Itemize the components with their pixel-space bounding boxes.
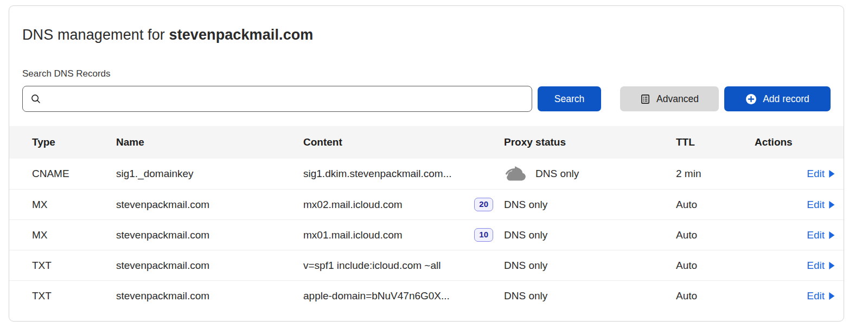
record-content: v=spf1 include:icloud.com ~all bbox=[303, 260, 504, 272]
edit-arrow-icon bbox=[828, 201, 835, 209]
table-row: TXT stevenpackmail.com apple-domain=bNuV… bbox=[9, 280, 844, 311]
record-type: MX bbox=[32, 229, 116, 241]
dns-only-cloud-icon bbox=[504, 165, 529, 183]
proxy-status-text: DNS only bbox=[504, 290, 547, 302]
record-actions: Edit bbox=[755, 168, 835, 180]
record-proxy-status: DNS only bbox=[504, 290, 676, 302]
record-content-text: sig1.dkim.stevenpackmail.com... bbox=[303, 168, 452, 180]
proxy-status-text: DNS only bbox=[504, 229, 547, 241]
record-content-text: mx02.mail.icloud.com bbox=[303, 199, 403, 211]
page-title-domain: stevenpackmail.com bbox=[169, 27, 314, 43]
record-type: TXT bbox=[32, 290, 116, 302]
column-header-ttl: TTL bbox=[676, 136, 755, 148]
record-content-text: v=spf1 include:icloud.com ~all bbox=[303, 260, 441, 272]
top-section: DNS management for stevenpackmail.com Se… bbox=[9, 6, 844, 112]
add-record-button-label: Add record bbox=[763, 93, 809, 105]
record-content: apple-domain=bNuV47n6G0X... bbox=[303, 290, 504, 302]
record-name: stevenpackmail.com bbox=[116, 229, 303, 241]
record-content: sig1.dkim.stevenpackmail.com... bbox=[303, 168, 504, 180]
table-row: TXT stevenpackmail.com v=spf1 include:ic… bbox=[9, 250, 844, 280]
record-content-text: mx01.mail.icloud.com bbox=[303, 229, 403, 241]
record-type: MX bbox=[32, 199, 116, 211]
page-title: DNS management for stevenpackmail.com bbox=[22, 27, 831, 43]
record-ttl: 2 min bbox=[676, 168, 755, 180]
table-row: MX stevenpackmail.com mx02.mail.icloud.c… bbox=[9, 189, 844, 219]
record-proxy-status: DNS only bbox=[504, 165, 676, 183]
edit-link-label: Edit bbox=[807, 229, 825, 241]
table-row: CNAME sig1._domainkey sig1.dkim.stevenpa… bbox=[9, 159, 844, 189]
record-proxy-status: DNS only bbox=[504, 229, 676, 241]
column-header-content: Content bbox=[303, 136, 504, 148]
advanced-list-icon bbox=[640, 94, 650, 104]
record-ttl: Auto bbox=[676, 229, 755, 241]
proxy-status-text: DNS only bbox=[504, 199, 547, 211]
priority-badge: 10 bbox=[474, 228, 493, 242]
edit-link-label: Edit bbox=[807, 199, 825, 211]
record-proxy-status: DNS only bbox=[504, 260, 676, 272]
column-header-proxy-status: Proxy status bbox=[504, 136, 676, 148]
search-row: Search Advanced Add record bbox=[22, 86, 831, 112]
record-ttl: Auto bbox=[676, 260, 755, 272]
proxy-status-text: DNS only bbox=[535, 168, 579, 180]
record-actions: Edit bbox=[755, 290, 835, 302]
table-header-row: Type Name Content Proxy status TTL Actio… bbox=[9, 126, 844, 159]
edit-record-link[interactable]: Edit bbox=[807, 199, 835, 211]
record-name: sig1._domainkey bbox=[116, 168, 303, 180]
search-input[interactable] bbox=[47, 86, 524, 111]
add-record-button[interactable]: Add record bbox=[724, 86, 831, 111]
record-content: mx01.mail.icloud.com 10 bbox=[303, 228, 504, 242]
edit-record-link[interactable]: Edit bbox=[807, 229, 835, 241]
record-type: TXT bbox=[32, 260, 116, 272]
table-body: CNAME sig1._domainkey sig1.dkim.stevenpa… bbox=[9, 159, 844, 311]
edit-link-label: Edit bbox=[807, 168, 825, 180]
dns-records-table: Type Name Content Proxy status TTL Actio… bbox=[9, 126, 844, 311]
record-proxy-status: DNS only bbox=[504, 199, 676, 211]
edit-arrow-icon bbox=[828, 231, 835, 239]
record-name: stevenpackmail.com bbox=[116, 260, 303, 272]
edit-arrow-icon bbox=[828, 170, 835, 178]
record-type: CNAME bbox=[32, 168, 116, 180]
advanced-button[interactable]: Advanced bbox=[620, 86, 719, 111]
page-title-prefix: DNS management for bbox=[22, 27, 169, 43]
edit-link-label: Edit bbox=[807, 290, 825, 302]
table-row: MX stevenpackmail.com mx01.mail.icloud.c… bbox=[9, 219, 844, 250]
record-ttl: Auto bbox=[676, 290, 755, 302]
column-header-actions: Actions bbox=[755, 136, 835, 148]
record-name: stevenpackmail.com bbox=[116, 199, 303, 211]
proxy-status-text: DNS only bbox=[504, 260, 547, 272]
plus-circle-icon bbox=[745, 93, 757, 105]
dns-management-card: DNS management for stevenpackmail.com Se… bbox=[9, 5, 844, 322]
record-actions: Edit bbox=[755, 229, 835, 241]
record-actions: Edit bbox=[755, 260, 835, 272]
search-input-container bbox=[22, 86, 532, 112]
advanced-button-label: Advanced bbox=[656, 93, 699, 105]
edit-link-label: Edit bbox=[807, 260, 825, 272]
priority-badge: 20 bbox=[474, 198, 493, 211]
edit-record-link[interactable]: Edit bbox=[807, 260, 835, 272]
edit-record-link[interactable]: Edit bbox=[807, 290, 835, 302]
search-icon bbox=[30, 93, 41, 104]
record-name: stevenpackmail.com bbox=[116, 290, 303, 302]
search-label: Search DNS Records bbox=[22, 68, 831, 79]
edit-arrow-icon bbox=[828, 292, 835, 300]
edit-record-link[interactable]: Edit bbox=[807, 168, 835, 180]
search-button[interactable]: Search bbox=[538, 86, 601, 111]
record-ttl: Auto bbox=[676, 199, 755, 211]
edit-arrow-icon bbox=[828, 262, 835, 269]
column-header-name: Name bbox=[116, 136, 303, 148]
record-actions: Edit bbox=[755, 199, 835, 211]
record-content: mx02.mail.icloud.com 20 bbox=[303, 198, 504, 211]
column-header-type: Type bbox=[32, 136, 116, 148]
record-content-text: apple-domain=bNuV47n6G0X... bbox=[303, 290, 450, 302]
